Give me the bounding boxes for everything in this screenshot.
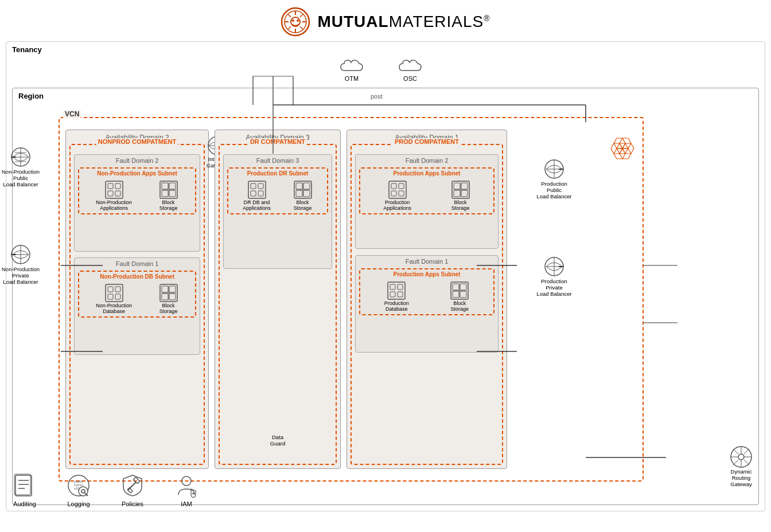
svg-rect-81	[398, 292, 403, 297]
nonprod-compartment: NONPROD COMPATMENT Fault Domain 2 Non-Pr…	[69, 144, 205, 465]
svg-rect-146	[127, 488, 133, 493]
tenancy-label: Tenancy	[12, 45, 42, 54]
nonprod-apps-block-storage: Block Storage	[159, 180, 178, 211]
ad1-box: Availability Domain 1 PROD COMPATMENT Fa…	[346, 130, 507, 469]
svg-rect-24	[108, 183, 113, 189]
nonprod-public-lb: Non-Production Public Load Balancer	[0, 147, 55, 187]
svg-rect-42	[169, 286, 176, 292]
prod-db-block-storage: Block Storage	[450, 281, 469, 312]
svg-rect-37	[115, 287, 120, 292]
prod-apps-subnet-bottom: Production Apps Subnet	[359, 268, 494, 315]
svg-rect-62	[303, 190, 310, 197]
region-box: Region post VCN Non-Production Public Lo…	[12, 88, 759, 505]
ad3-box: Availability Domain 3 DR COMPATMENT Faul…	[215, 130, 341, 469]
bottom-icons-row: Auditing x0x0x 1x01x x10x1 Logging	[12, 473, 199, 507]
svg-rect-55	[258, 183, 263, 189]
vcn-box: VCN Non-Production Public Load Balancer	[59, 117, 644, 482]
prod-apps-icons: Production Applications	[360, 178, 493, 213]
nonprod-fd1: Fault Domain 1 Non-Production DB Subnet	[74, 257, 200, 355]
logging-label: Logging	[67, 500, 89, 507]
auditing-item: Auditing	[12, 473, 37, 507]
svg-rect-60	[303, 183, 310, 189]
prod-private-lb-icon	[544, 256, 564, 277]
nonprod-compartment-label: NONPROD COMPATMENT	[96, 138, 178, 145]
svg-rect-29	[162, 183, 168, 189]
svg-rect-69	[399, 191, 404, 196]
svg-rect-85	[453, 291, 459, 298]
drg-icon	[730, 445, 753, 468]
svg-rect-26	[108, 191, 113, 196]
nonprod-db-block-storage: Block Storage	[159, 283, 178, 314]
logging-icon: x0x0x 1x01x x10x1	[66, 473, 91, 498]
svg-rect-74	[461, 190, 468, 197]
svg-rect-80	[390, 292, 395, 297]
svg-rect-44	[169, 294, 176, 300]
svg-rect-59	[296, 183, 302, 189]
prod-fd2: Fault Domain 2 Production Apps Subnet	[355, 154, 499, 249]
header-title: MUTUALMATERIALS®	[317, 13, 490, 31]
otm-cloud-icon	[340, 58, 364, 75]
svg-point-147	[182, 476, 191, 486]
svg-line-112	[744, 449, 749, 454]
svg-rect-56	[251, 191, 256, 196]
nonprod-fd2-label: Fault Domain 2	[75, 155, 200, 165]
svg-rect-83	[453, 284, 459, 290]
otm-cloud: OTM	[340, 58, 364, 82]
svg-line-113	[733, 460, 738, 465]
osc-cloud-icon	[398, 58, 422, 75]
svg-point-12	[297, 19, 299, 22]
ad2-box: Availability Domain 2 NONPROD COMPATMENT…	[65, 130, 209, 469]
drg: Dynamic Routing Gateway	[730, 445, 753, 487]
svg-rect-27	[115, 191, 120, 196]
svg-line-9	[300, 14, 303, 17]
prod-db-icons: Production Database	[360, 279, 493, 314]
data-guard: DataGuard	[270, 434, 285, 447]
nonprod-db-icon: Non-Production Database	[96, 283, 132, 314]
nonprod-db-icons: Non-Production Database	[79, 281, 195, 316]
svg-rect-38	[108, 294, 113, 299]
dr-fd3-label: Fault Domain 3	[224, 155, 332, 165]
nonprod-private-lb: Non-Production Private Load Balancer	[0, 244, 55, 285]
svg-rect-71	[454, 183, 460, 189]
svg-rect-145	[133, 477, 139, 483]
svg-rect-25	[115, 183, 120, 189]
svg-rect-72	[461, 183, 468, 189]
policies-item: Policies	[120, 473, 145, 507]
svg-rect-132	[15, 475, 32, 496]
company-logo	[281, 7, 310, 37]
nonprod-db-subnet: Non-Production DB Subnet	[78, 271, 196, 318]
policies-icon	[120, 473, 145, 498]
nonprod-app-icon: Non-Production Applications	[96, 180, 132, 211]
prod-db-icon: Production Database	[384, 281, 409, 312]
post-label: post	[371, 93, 383, 100]
svg-rect-32	[169, 190, 176, 197]
iam-label: IAM	[181, 500, 192, 507]
svg-rect-30	[169, 183, 176, 189]
osc-cloud: OSC	[398, 58, 422, 82]
svg-rect-54	[251, 183, 256, 189]
prod-apps-subnet-top: Production Apps Subnet	[359, 167, 494, 214]
region-label: Region	[18, 92, 44, 100]
nonprod-fd1-label: Fault Domain 1	[75, 258, 200, 268]
dr-compartment: DR COMPATMENT Fault Domain 3 Production …	[219, 144, 337, 465]
svg-point-105	[738, 454, 744, 460]
diagram-wrapper: Tenancy OTM OSC Region post VCN	[6, 41, 765, 511]
svg-rect-36	[108, 287, 113, 292]
svg-line-10	[288, 26, 291, 29]
nonprod-public-lb-icon	[10, 147, 31, 167]
dr-fd3: Fault Domain 3 Production DR Subnet	[223, 154, 332, 269]
prod-dr-subnet: Production DR Subnet	[227, 167, 328, 214]
svg-line-7	[288, 14, 291, 17]
svg-rect-41	[162, 286, 168, 292]
svg-rect-57	[258, 191, 263, 196]
dr-compartment-label: DR COMPATMENT	[248, 138, 307, 145]
vcn-label: VCN	[63, 110, 81, 118]
svg-line-110	[733, 449, 738, 454]
prod-app-icon: Production Applications	[383, 180, 411, 211]
prod-public-lb-icon	[544, 159, 564, 179]
svg-point-2	[291, 17, 300, 26]
prod-fd2-label: Fault Domain 2	[356, 155, 498, 165]
header: MUTUALMATERIALS®	[0, 0, 771, 41]
prod-fd1-label: Fault Domain 1	[356, 256, 498, 266]
auditing-label: Auditing	[13, 500, 36, 507]
